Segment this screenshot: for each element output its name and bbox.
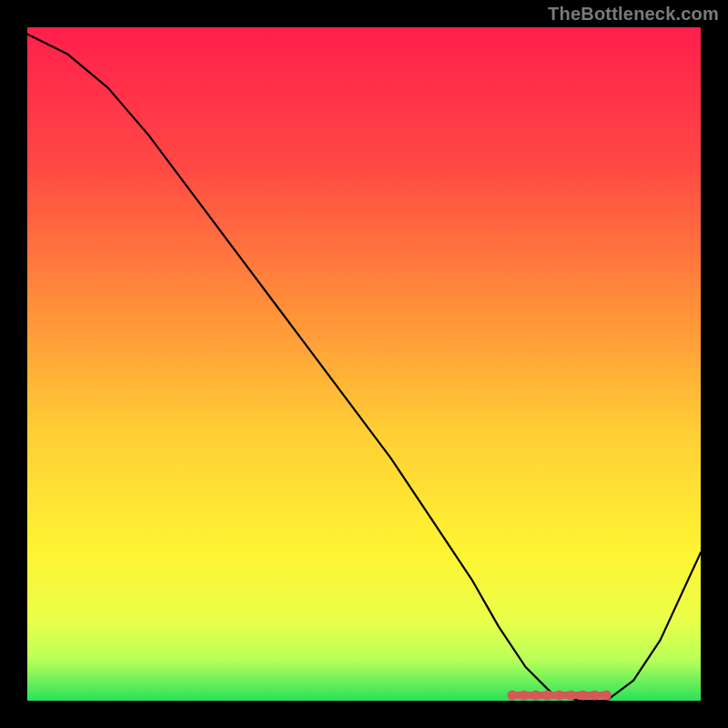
svg-point-5 <box>554 691 564 701</box>
svg-point-4 <box>542 691 552 701</box>
attribution-label: TheBottleneck.com <box>548 4 719 25</box>
chart-stage: TheBottleneck.com <box>0 0 728 728</box>
svg-point-7 <box>578 691 588 701</box>
svg-point-2 <box>519 691 529 701</box>
svg-point-8 <box>590 691 600 701</box>
svg-point-6 <box>566 691 576 701</box>
svg-point-1 <box>507 691 517 701</box>
svg-point-3 <box>531 691 541 701</box>
gradient-background <box>27 27 701 701</box>
bottleneck-chart <box>27 27 701 701</box>
plot-area <box>27 27 701 701</box>
optimum-band <box>507 691 612 701</box>
svg-point-9 <box>602 691 612 701</box>
